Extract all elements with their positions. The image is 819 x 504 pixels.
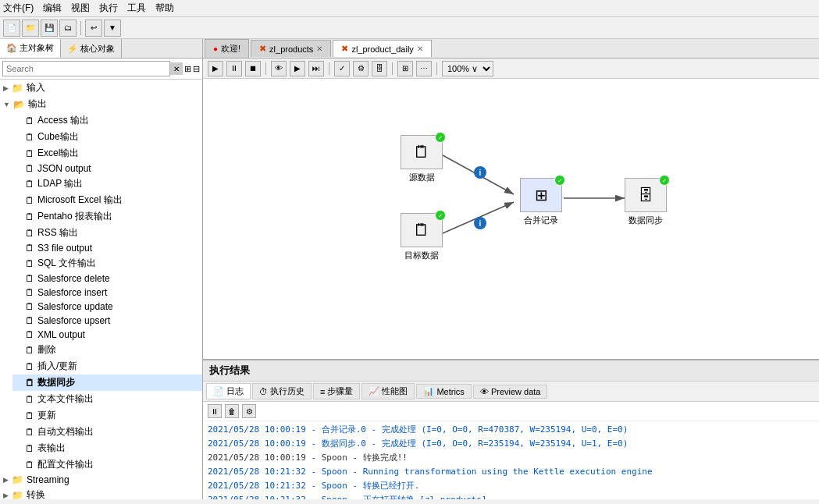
- list-item[interactable]: 🗒RSS 输出: [12, 225, 202, 241]
- item-icon: 🗒: [25, 410, 34, 421]
- tab-perf-chart[interactable]: 📈 性能图: [361, 383, 415, 399]
- item-icon: 🗒: [25, 243, 34, 254]
- tab-zl-products[interactable]: ✖ zl_products ✕: [251, 40, 331, 57]
- open-btn[interactable]: 📁: [22, 20, 39, 37]
- log-settings-btn[interactable]: ⚙: [242, 404, 256, 418]
- preview-btn[interactable]: 👁: [271, 61, 287, 76]
- tab-main-object[interactable]: 🏠 主对象树: [0, 39, 61, 58]
- list-item[interactable]: 🗒Excel输出: [12, 145, 202, 161]
- stop-btn[interactable]: ⏹: [245, 61, 261, 76]
- list-item[interactable]: 🗒文本文件输出: [12, 391, 202, 407]
- expand-all-icon[interactable]: ⊞: [184, 64, 191, 74]
- tab-metrics[interactable]: 📊 Metrics: [416, 384, 471, 399]
- list-item[interactable]: 🗒SQL 文件输出: [12, 255, 202, 272]
- list-item[interactable]: 🗒Microsoft Excel 输出: [12, 192, 202, 208]
- tab-zl-product-daily[interactable]: ✖ zl_product_daily ✕: [333, 40, 432, 57]
- log-line: 2021/05/28 10:00:19 - Spoon - 转换完成!!: [208, 451, 814, 465]
- tree-folder-output[interactable]: ▼ 📂 输出: [0, 96, 202, 112]
- list-item[interactable]: 🗒Salesforce insert: [12, 286, 202, 300]
- tab-icon-daily: ✖: [341, 44, 348, 54]
- pause-btn[interactable]: ⏸: [226, 61, 242, 76]
- item-icon: 🗒: [25, 394, 34, 405]
- step-btn[interactable]: ⏭: [308, 61, 324, 76]
- node-box-target: 🗒 ✓: [401, 213, 443, 247]
- menu-help[interactable]: 帮助: [155, 2, 174, 15]
- save-all-btn[interactable]: 🗂: [59, 20, 77, 37]
- new-btn[interactable]: 📄: [3, 20, 20, 37]
- log-line: 2021/05/28 10:21:32 - Spoon - 正在打开转换 [zl…: [208, 493, 814, 499]
- check-btn[interactable]: ✓: [334, 61, 350, 76]
- menu-view[interactable]: 视图: [71, 2, 90, 15]
- tab-step-count[interactable]: ≡ 步骤量: [313, 383, 360, 399]
- preview-icon: 👁: [480, 387, 489, 396]
- more-btn[interactable]: ⋯: [416, 61, 432, 76]
- item-icon: 🗒: [25, 287, 34, 298]
- list-item[interactable]: 🗒Salesforce upsert: [12, 314, 202, 328]
- list-item[interactable]: 🗒表输出: [12, 440, 202, 456]
- list-item[interactable]: 🗒自动文档输出: [12, 424, 202, 440]
- save-btn[interactable]: 💾: [41, 20, 58, 37]
- list-item[interactable]: 🗒Pentaho 报表输出: [12, 208, 202, 225]
- menu-run[interactable]: 执行: [99, 2, 118, 15]
- list-item-datasync[interactable]: 🗒数据同步: [12, 374, 202, 391]
- node-box-sync: 🗄 ✓: [625, 178, 667, 212]
- db-btn[interactable]: 🗄: [372, 61, 387, 76]
- item-icon: 🗒: [25, 273, 34, 284]
- settings-btn[interactable]: ⚙: [353, 61, 369, 76]
- search-icons: ⊞ ⊟: [184, 64, 200, 74]
- node-source[interactable]: 🗒 ✓ 源数据: [401, 135, 443, 183]
- log-pause-btn[interactable]: ⏸: [208, 404, 222, 418]
- list-item[interactable]: 🗒JSON output: [12, 161, 202, 176]
- item-icon: 🗒: [25, 148, 34, 159]
- zoom-select[interactable]: 100% ∨: [442, 61, 493, 76]
- close-btn-daily[interactable]: ✕: [417, 44, 423, 53]
- list-item[interactable]: 🗒XML output: [12, 328, 202, 342]
- run-btn[interactable]: ▶: [290, 61, 305, 76]
- merge-label: 合并记录: [524, 215, 558, 226]
- align-btn[interactable]: ⊞: [397, 61, 413, 76]
- list-item[interactable]: 🗒Salesforce delete: [12, 272, 202, 286]
- node-target[interactable]: 🗒 ✓ 目标数据: [401, 213, 443, 261]
- merge-icon: ⊞: [535, 186, 548, 204]
- canvas-area[interactable]: i i 🗒 ✓ 源数据 🗒 ✓ 目标数据: [203, 79, 819, 359]
- list-item[interactable]: 🗒插入/更新: [12, 358, 202, 374]
- tab-welcome[interactable]: ● 欢迎!: [205, 39, 249, 58]
- item-icon: 🗒: [25, 460, 34, 470]
- list-item[interactable]: 🗒删除: [12, 342, 202, 358]
- list-item[interactable]: 🗒更新: [12, 407, 202, 424]
- tab-preview[interactable]: 👁 Preview data: [473, 385, 548, 399]
- menu-file[interactable]: 文件(F): [3, 2, 34, 15]
- tab-exec-history[interactable]: ⏱ 执行历史: [252, 383, 312, 399]
- expand-icon-convert: ▶: [3, 492, 9, 499]
- list-item[interactable]: 🗒LDAP 输出: [12, 176, 202, 192]
- search-clear-btn[interactable]: ✕: [170, 62, 183, 75]
- tree-folder-streaming[interactable]: ▶ 📁 Streaming: [0, 473, 202, 487]
- undo-btn[interactable]: ↩: [85, 20, 102, 37]
- target-label: 目标数据: [404, 250, 439, 261]
- search-input[interactable]: [2, 61, 170, 76]
- item-icon: 🗒: [25, 228, 34, 239]
- item-icon: 🗒: [25, 361, 34, 372]
- tree-folder-input[interactable]: ▶ 📁 输入: [0, 80, 202, 96]
- list-item[interactable]: 🗒Salesforce update: [12, 300, 202, 314]
- canvas-svg: i i: [203, 79, 819, 359]
- execution-result-title: 执行结果: [203, 360, 819, 382]
- tab-core-object[interactable]: ⚡ 核心对象: [61, 39, 122, 58]
- list-item[interactable]: 🗒配置文件输出: [12, 456, 202, 473]
- play-btn[interactable]: ▶: [208, 61, 223, 76]
- tab-log[interactable]: 📄 日志: [206, 383, 251, 399]
- list-item[interactable]: 🗒S3 file output: [12, 241, 202, 255]
- tree-folder-convert[interactable]: ▶ 📁 转换: [0, 487, 202, 499]
- redo-btn[interactable]: ▼: [104, 20, 121, 37]
- item-icon: 🗒: [25, 163, 34, 174]
- log-clear-btn[interactable]: 🗑: [225, 404, 239, 418]
- list-item[interactable]: 🗒Cube输出: [12, 129, 202, 145]
- node-sync[interactable]: 🗄 ✓ 数据同步: [625, 178, 667, 226]
- menu-edit[interactable]: 编辑: [43, 2, 62, 15]
- collapse-all-icon[interactable]: ⊟: [193, 64, 200, 74]
- list-item[interactable]: 🗒Access 输出: [12, 112, 202, 129]
- close-btn-products[interactable]: ✕: [316, 44, 322, 53]
- menu-tools[interactable]: 工具: [127, 2, 146, 15]
- node-merge[interactable]: ⊞ ✓ 合并记录: [520, 178, 562, 226]
- editor-tabs: ● 欢迎! ✖ zl_products ✕ ✖ zl_product_daily…: [203, 39, 819, 59]
